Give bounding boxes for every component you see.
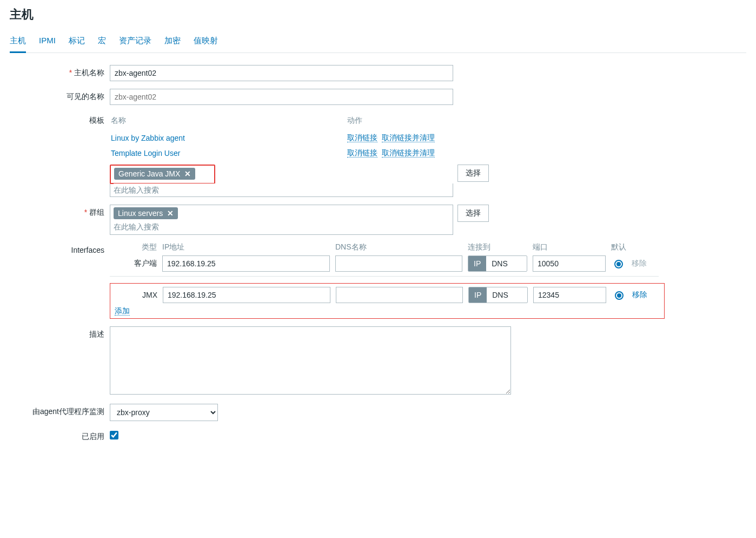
proxy-select[interactable]: zbx-proxy [110, 404, 218, 421]
interfaces-label: Interfaces [10, 242, 110, 254]
iface-header-ip: IP地址 [162, 242, 330, 252]
iface-connect-dns[interactable]: DNS [486, 256, 513, 271]
iface-header-type: 类型 [127, 242, 157, 252]
close-icon[interactable]: ✕ [184, 169, 191, 178]
iface-port-input[interactable] [533, 255, 606, 272]
iface-header-default: 默认 [611, 242, 652, 252]
iface-ip-input[interactable] [162, 255, 330, 272]
templates-table: 名称 动作 Linux by Zabbix agent 取消链接 取消链接并清理… [110, 113, 436, 161]
template-unlink[interactable]: 取消链接 [347, 133, 377, 142]
enabled-label: 已启用 [10, 429, 110, 442]
group-tag[interactable]: Linux servers ✕ [114, 207, 178, 219]
iface-connect-toggle[interactable]: IP DNS [468, 287, 528, 303]
iface-connect-dns[interactable]: DNS [487, 287, 514, 303]
divider [110, 276, 659, 277]
tab-macros[interactable]: 宏 [98, 31, 106, 53]
iface-header-connect: 连接到 [468, 242, 527, 252]
template-unlink-clear[interactable]: 取消链接并清理 [382, 133, 435, 142]
template-select-button[interactable]: 选择 [457, 165, 489, 182]
templates-header-action: 动作 [347, 114, 435, 130]
iface-connect-ip[interactable]: IP [469, 287, 487, 303]
tab-valuemap[interactable]: 值映射 [194, 31, 218, 53]
interface-row-agent: 客户端 IP DNS 移除 [110, 255, 746, 272]
template-tag[interactable]: Generic Java JMX ✕ [114, 168, 195, 180]
visiblename-input[interactable] [110, 89, 453, 105]
iface-dns-input[interactable] [336, 287, 463, 303]
tab-tags[interactable]: 标记 [69, 31, 85, 53]
template-link[interactable]: Template Login User [111, 149, 180, 158]
groups-select-box[interactable]: Linux servers ✕ [110, 205, 453, 235]
template-select-box[interactable]: Generic Java JMX ✕ [110, 165, 215, 184]
interface-jmx-highlight: JMX IP DNS 移除 添加 [110, 283, 665, 319]
iface-connect-toggle[interactable]: IP DNS [468, 255, 527, 272]
template-link[interactable]: Linux by Zabbix agent [111, 134, 185, 142]
description-label: 描述 [10, 326, 110, 339]
iface-header-port: 端口 [533, 242, 606, 252]
template-row: Linux by Zabbix agent 取消链接 取消链接并清理 [111, 131, 435, 145]
iface-ip-input[interactable] [163, 287, 330, 303]
template-search-input[interactable] [114, 183, 449, 196]
iface-port-input[interactable] [533, 287, 606, 303]
groups-select-button[interactable]: 选择 [457, 205, 489, 222]
tab-inventory[interactable]: 资产记录 [119, 31, 151, 53]
tab-encryption[interactable]: 加密 [164, 31, 181, 53]
group-tag-label: Linux servers [118, 209, 163, 218]
templates-header-name: 名称 [111, 114, 346, 130]
page-title: 主机 [10, 6, 746, 23]
description-textarea[interactable] [110, 326, 511, 395]
iface-header-dns: DNS名称 [335, 242, 462, 252]
close-icon[interactable]: ✕ [167, 209, 174, 218]
groups-label: 群组 [10, 205, 110, 218]
template-tag-label: Generic Java JMX [118, 169, 180, 178]
iface-type-agent: 客户端 [127, 259, 157, 268]
iface-dns-input[interactable] [335, 255, 462, 272]
tab-ipmi[interactable]: IPMI [39, 31, 56, 53]
interfaces-header: 类型 IP地址 DNS名称 连接到 端口 默认 [110, 242, 746, 252]
iface-default-radio[interactable] [614, 260, 623, 268]
hostname-input[interactable] [110, 65, 453, 81]
tab-bar: 主机 IPMI 标记 宏 资产记录 加密 值映射 [10, 31, 746, 53]
proxy-label: 由agent代理程序监测 [10, 404, 110, 417]
template-unlink[interactable]: 取消链接 [347, 148, 377, 158]
iface-remove-disabled: 移除 [632, 259, 647, 267]
hostname-label: 主机名称 [10, 65, 110, 78]
groups-search-input[interactable] [114, 220, 449, 233]
templates-label: 模板 [10, 113, 110, 126]
tab-host[interactable]: 主机 [10, 31, 26, 53]
template-row: Template Login User 取消链接 取消链接并清理 [111, 146, 435, 160]
interface-row-jmx: JMX IP DNS 移除 [115, 287, 660, 303]
template-unlink-clear[interactable]: 取消链接并清理 [382, 148, 435, 158]
iface-type-jmx: JMX [128, 291, 157, 299]
iface-remove-link[interactable]: 移除 [632, 290, 647, 299]
iface-connect-ip[interactable]: IP [468, 256, 486, 271]
iface-default-radio[interactable] [615, 291, 624, 300]
visiblename-label: 可见的名称 [10, 89, 110, 102]
interface-add-link[interactable]: 添加 [115, 306, 130, 316]
enabled-checkbox[interactable] [110, 431, 118, 439]
